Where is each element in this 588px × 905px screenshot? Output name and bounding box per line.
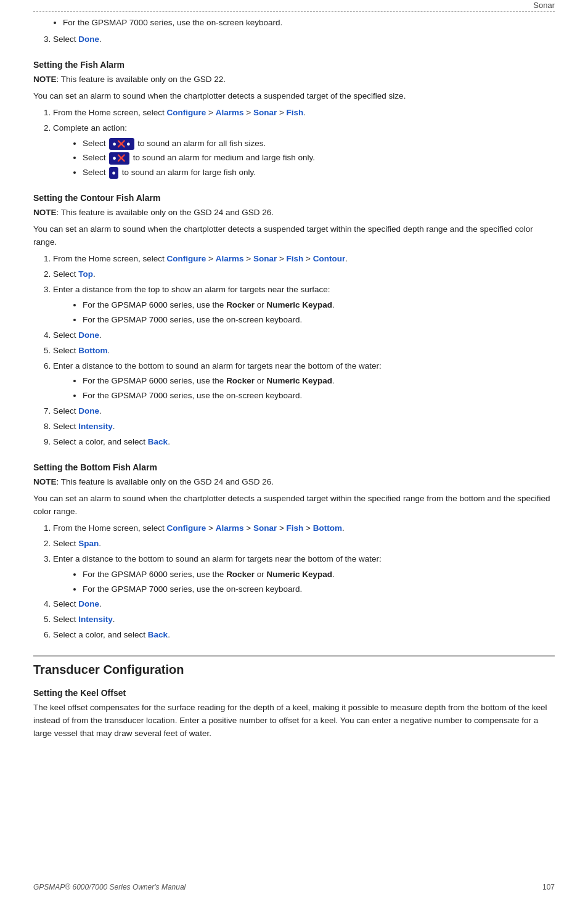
cfa-sonar: Sonar bbox=[253, 254, 277, 263]
cfa-step-2: Select Top. bbox=[53, 268, 555, 281]
cfa-fish: Fish bbox=[287, 254, 304, 263]
keel-offset-title: Setting the Keel Offset bbox=[33, 688, 555, 698]
cfa-step-6: Enter a distance to the bottom to sound … bbox=[53, 360, 555, 403]
bfa-step-2: Select Span. bbox=[53, 538, 555, 551]
bottom-fish-alarm-note: NOTE: This feature is available only on … bbox=[33, 476, 555, 489]
bfa-sonar: Sonar bbox=[253, 523, 277, 533]
cfa-step-5: Select Bottom. bbox=[53, 345, 555, 358]
cfa-step-3: Enter a distance from the top to show an… bbox=[53, 284, 555, 327]
fa-fish: Fish bbox=[287, 108, 304, 117]
contour-fish-alarm-note: NOTE: This feature is available only on … bbox=[33, 207, 555, 219]
cfa-step-8: Select Intensity. bbox=[53, 420, 555, 433]
bfa-step-3-bullets: For the GPSMAP 6000 series, use the Rock… bbox=[83, 568, 555, 596]
bfa-step-3: Enter a distance to the bottom to sound … bbox=[53, 553, 555, 596]
fish-icon-medium: ●❌ bbox=[109, 152, 129, 164]
top-border: Sonar bbox=[33, 11, 555, 12]
cfa-done-4: Done bbox=[78, 330, 99, 340]
fish-alarm-description: You can set an alarm to sound when the c… bbox=[33, 90, 555, 103]
cfa-intensity: Intensity bbox=[78, 422, 113, 431]
bottom-fish-alarm-section: Setting the Bottom Fish Alarm NOTE: This… bbox=[33, 462, 555, 642]
fish-icon-large: ●❌● bbox=[109, 138, 134, 150]
intro-list: For the GPSMAP 7000 series, use the on-s… bbox=[63, 17, 555, 30]
footer: GPSMAP® 6000/7000 Series Owner's Manual … bbox=[33, 883, 555, 891]
cfa-step-6-bullets: For the GPSMAP 6000 series, use the Rock… bbox=[83, 375, 555, 403]
bfa-step-4: Select Done. bbox=[53, 598, 555, 611]
contour-fish-alarm-description: You can set an alarm to sound when the c… bbox=[33, 223, 555, 249]
transducer-section: Transducer Configuration Setting the Kee… bbox=[33, 655, 555, 740]
bfa-step-6: Select a color, and select Back. bbox=[53, 629, 555, 642]
fish-alarm-note-label: NOTE bbox=[33, 75, 57, 84]
fish-alarm-step-1: From the Home screen, select Configure >… bbox=[53, 107, 555, 120]
fish-icon-small: ● bbox=[109, 167, 118, 179]
bfa-fish: Fish bbox=[287, 523, 304, 533]
bfa-done-4: Done bbox=[78, 599, 99, 608]
bfa-alarms: Alarms bbox=[216, 523, 244, 533]
bfa-span: Span bbox=[78, 539, 99, 548]
footer-left: GPSMAP® 6000/7000 Series Owner's Manual bbox=[33, 883, 186, 891]
fish-alarm-steps: From the Home screen, select Configure >… bbox=[53, 107, 555, 180]
fish-bullet-3: Select ● to sound an alarm for large fis… bbox=[83, 166, 555, 179]
keel-offset-description: The keel offset compensates for the surf… bbox=[33, 702, 555, 740]
cfa-bullet-6-1: For the GPSMAP 6000 series, use the Rock… bbox=[83, 375, 555, 388]
bfa-bottom: Bottom bbox=[313, 523, 342, 533]
cfa-step-4: Select Done. bbox=[53, 329, 555, 342]
bfa-back: Back bbox=[148, 630, 168, 639]
header-label: Sonar bbox=[533, 1, 555, 10]
bottom-fish-alarm-title: Setting the Bottom Fish Alarm bbox=[33, 462, 555, 472]
intro-bullet-1: For the GPSMAP 7000 series, use the on-s… bbox=[63, 17, 555, 30]
cfa-top: Top bbox=[78, 269, 93, 279]
contour-fish-alarm-section: Setting the Contour Fish Alarm NOTE: Thi… bbox=[33, 193, 555, 449]
cfa-step-3-bullets: For the GPSMAP 6000 series, use the Rock… bbox=[83, 299, 555, 327]
bfa-configure: Configure bbox=[167, 523, 206, 533]
fish-alarm-bullets: Select ●❌● to sound an alarm for all fis… bbox=[83, 137, 555, 180]
cfa-step-7: Select Done. bbox=[53, 405, 555, 418]
transducer-title: Transducer Configuration bbox=[33, 663, 555, 677]
contour-note-label: NOTE bbox=[33, 208, 57, 217]
cfa-step-9: Select a color, and select Back. bbox=[53, 436, 555, 449]
bfa-bullet-3-1: For the GPSMAP 6000 series, use the Rock… bbox=[83, 568, 555, 581]
cfa-bullet-3-1: For the GPSMAP 6000 series, use the Rock… bbox=[83, 299, 555, 312]
bfa-step-1: From the Home screen, select Configure >… bbox=[53, 522, 555, 535]
bfa-intensity: Intensity bbox=[78, 615, 113, 624]
fa-sonar: Sonar bbox=[253, 108, 277, 117]
fish-alarm-section: Setting the Fish Alarm NOTE: This featur… bbox=[33, 60, 555, 179]
intro-done-link: Done bbox=[78, 35, 99, 44]
fish-alarm-step-2: Complete an action: Select ●❌● to sound … bbox=[53, 122, 555, 180]
cfa-alarms: Alarms bbox=[216, 254, 244, 263]
cfa-bullet-6-2: For the GPSMAP 7000 series, use the on-s… bbox=[83, 390, 555, 403]
intro-step-3: Select Done. bbox=[53, 33, 555, 46]
fish-alarm-title: Setting the Fish Alarm bbox=[33, 60, 555, 70]
cfa-bullet-3-2: For the GPSMAP 7000 series, use the on-s… bbox=[83, 314, 555, 327]
cfa-configure: Configure bbox=[167, 254, 206, 263]
cfa-contour: Contour bbox=[313, 254, 345, 263]
cfa-back: Back bbox=[148, 437, 168, 446]
fish-bullet-1: Select ●❌● to sound an alarm for all fis… bbox=[83, 137, 555, 150]
bottom-fish-alarm-steps: From the Home screen, select Configure >… bbox=[53, 522, 555, 642]
contour-fish-alarm-title: Setting the Contour Fish Alarm bbox=[33, 193, 555, 203]
fa-alarms: Alarms bbox=[216, 108, 244, 117]
page: Sonar For the GPSMAP 7000 series, use th… bbox=[0, 0, 588, 905]
fa-configure: Configure bbox=[167, 108, 206, 117]
bfa-bullet-3-2: For the GPSMAP 7000 series, use the on-s… bbox=[83, 583, 555, 596]
cfa-bottom: Bottom bbox=[78, 346, 107, 355]
bottom-note-label: NOTE bbox=[33, 477, 57, 486]
intro-step: Select Done. bbox=[53, 33, 555, 46]
fish-bullet-2: Select ●❌ to sound an alarm for medium a… bbox=[83, 152, 555, 165]
footer-right: 107 bbox=[542, 883, 555, 891]
bottom-fish-alarm-description: You can set an alarm to sound when the c… bbox=[33, 493, 555, 518]
bfa-step-5: Select Intensity. bbox=[53, 613, 555, 626]
fish-alarm-note: NOTE: This feature is available only on … bbox=[33, 73, 555, 86]
contour-fish-alarm-steps: From the Home screen, select Configure >… bbox=[53, 253, 555, 449]
cfa-done-7: Done bbox=[78, 406, 99, 416]
cfa-step-1: From the Home screen, select Configure >… bbox=[53, 253, 555, 266]
